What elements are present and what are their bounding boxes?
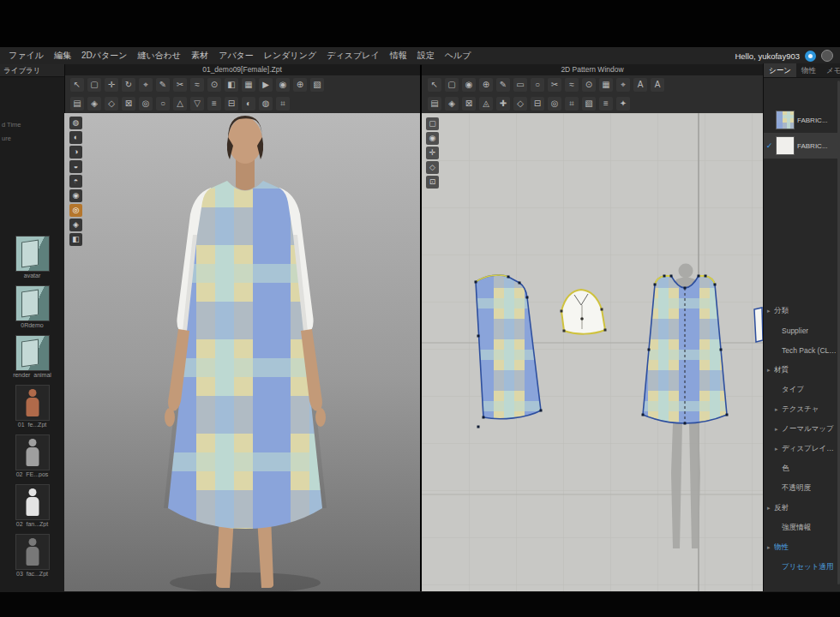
garment-display-icon[interactable]: ◈ [87,97,101,111]
prop-techpack[interactable]: Tech Pack (CLO... [764,340,840,360]
add-point-icon[interactable]: ⊕ [293,78,307,92]
library-item[interactable]: 0Rdemo [0,284,64,333]
grid-toggle-icon[interactable]: ⌗ [276,97,290,111]
transform-pattern-icon[interactable]: ↖ [428,78,441,92]
shade-icon[interactable]: ◐ [242,97,255,111]
arrangement-icon[interactable]: △ [173,97,187,111]
prop-strength[interactable]: 強度情報 [764,518,840,537]
menu-rendering[interactable]: レンダリング [259,47,321,64]
prop-displacement[interactable]: ▸ ディスプレイスメント [764,439,840,458]
view-fit-icon[interactable]: ◎ [69,204,82,217]
polygon-tool-icon[interactable]: ✎ [496,78,510,92]
library-item[interactable]: 02_FE...pos [0,433,64,482]
grading-icon[interactable]: ▦ [599,78,613,92]
rotate-gizmo-icon[interactable]: ↻ [122,78,135,92]
prop-texture[interactable]: ▸ テクスチャ [764,399,840,419]
prop-reflection[interactable]: ▸ 反射 [764,498,840,518]
view-material-icon[interactable]: ◍ [69,117,82,129]
viewport-3d[interactable]: ◍◐◑◒◓◉◎◈◧ [64,113,420,591]
prop-physical[interactable]: ▸ 物性 [764,537,840,557]
snap-grid-icon[interactable]: ⌗ [565,97,579,111]
gizmo-target-icon[interactable]: ⌖ [139,78,153,92]
hide-piece-icon[interactable]: ⊠ [462,97,476,111]
circle-tool-icon[interactable]: ○ [531,78,544,92]
select-tool-icon[interactable]: ↖ [70,78,84,92]
grid-tool-icon[interactable]: ▦ [242,78,255,92]
collapse-icon[interactable]: ⊟ [225,97,238,111]
menu-material[interactable]: 素材 [186,47,213,64]
view-layer-icon[interactable]: ◧ [69,233,82,246]
tab-property[interactable]: 物性 [796,63,821,77]
pin-display-icon[interactable]: ○ [156,97,170,111]
menu-file[interactable]: ファイル [3,47,49,64]
expand-tool-icon[interactable]: ✚ [496,97,510,111]
view-mesh-icon[interactable]: ◈ [69,219,82,231]
pattern-2d-canvas[interactable]: ▢◉✛◇⊡ [422,113,763,591]
pattern-shape-icon[interactable]: ◇ [426,161,439,174]
view-strain-icon[interactable]: ◉ [69,189,82,202]
notch-tool-icon[interactable]: ⊙ [582,78,596,92]
shrink-tool-icon[interactable]: ⊟ [531,97,544,111]
library-item[interactable]: 03_fac...Zpt [0,532,64,582]
pattern-outline-icon[interactable]: ▢ [426,117,439,130]
menu-2d-pattern[interactable]: 2Dパターン [76,47,133,64]
view-texture-icon[interactable]: ◑ [69,146,82,159]
material-icon[interactable]: ◍ [259,97,273,111]
fabric-row-white[interactable]: ✓ FABRIC... [764,133,840,159]
pattern-piece-front[interactable] [642,275,729,425]
edit-pattern-icon[interactable]: ▢ [445,78,459,92]
list-display-icon[interactable]: ≡ [599,97,613,111]
mesh-display-icon[interactable]: ◇ [105,97,118,111]
prop-opacity[interactable]: 不透明度 [764,478,840,498]
tab-memo[interactable]: メモ [821,63,840,77]
pen-tool-icon[interactable]: ✎ [156,78,170,92]
show-grid-icon[interactable]: ▤ [428,97,441,111]
user-avatar-icon[interactable] [821,50,833,62]
library-item[interactable]: 02_fan...Zpt [0,482,64,532]
pattern-point-icon[interactable]: ◉ [426,132,439,145]
texture-tool-icon[interactable]: ▧ [310,78,324,92]
highlight-tool-icon[interactable]: ✦ [616,97,630,111]
menu-display[interactable]: ディスプレイ [321,47,384,64]
scissors-tool-icon[interactable]: ✂ [173,78,187,92]
pin-tool-icon[interactable]: ⊙ [207,78,221,92]
library-item[interactable]: 01_fe...Zpt [0,383,64,433]
prop-supplier[interactable]: Supplier [764,320,840,340]
dart-tool-icon[interactable]: ◬ [479,97,493,111]
fabric-row-plaid[interactable]: FABRIC... [764,107,840,133]
point-edit-icon[interactable]: ◉ [276,78,290,92]
shape-tool-icon[interactable]: ◇ [513,97,527,111]
library-panel-title[interactable]: ライブラリ [0,64,64,77]
hatch-display-icon[interactable]: ▧ [582,97,596,111]
menu-sewing[interactable]: 縫い合わせ [132,47,186,64]
add-point-2d-icon[interactable]: ⊕ [479,78,493,92]
view-shade-icon[interactable]: ◐ [69,131,82,144]
measure-2d-icon[interactable]: ⌖ [616,78,630,92]
window-title-2d[interactable]: 2D Pattern Window [422,64,763,76]
prop-color[interactable]: 色 [764,458,840,478]
hide-pattern-icon[interactable]: ⊠ [122,97,135,111]
pattern-piece-clipped[interactable] [754,308,763,342]
pattern-box-icon[interactable]: ⊡ [426,176,439,189]
library-item[interactable]: render_animal [0,333,64,383]
move-gizmo-icon[interactable]: ✛ [105,78,118,92]
menu-edit[interactable]: 編集 [49,47,76,64]
cut-tool-icon[interactable]: ✂ [548,78,561,92]
text-tool-icon[interactable]: A [633,78,647,92]
pattern-move-icon[interactable]: ✛ [426,147,439,159]
prop-material[interactable]: ▸ 材質 [764,360,840,380]
view-thickness-icon[interactable]: ◒ [69,160,82,173]
sewing-tool-icon[interactable]: ≈ [190,78,204,92]
seam-display-icon[interactable]: ◎ [139,97,153,111]
prop-category[interactable]: ▸ 分類 [764,301,840,320]
text-small-tool-icon[interactable]: A [651,78,664,92]
simulate-icon[interactable]: ▶ [259,78,273,92]
menu-info[interactable]: 情報 [385,47,412,64]
arrangement-alt-icon[interactable]: ▽ [190,97,204,111]
target-tool-icon[interactable]: ◎ [548,97,561,111]
layer-icon[interactable]: ≡ [207,97,221,111]
menu-settings[interactable]: 設定 [412,47,440,64]
rect-select-tool-icon[interactable]: ▢ [87,78,101,92]
cloud-sync-icon[interactable] [805,51,816,62]
prop-preset[interactable]: プリセット適用 [764,557,840,577]
